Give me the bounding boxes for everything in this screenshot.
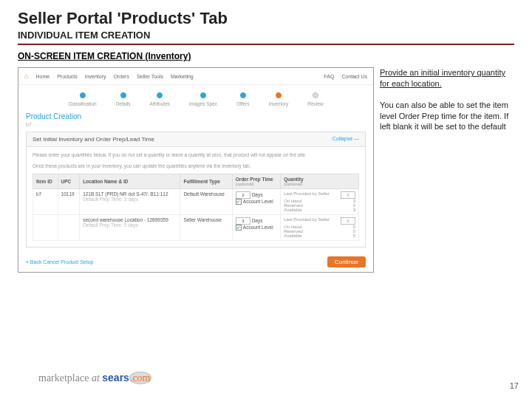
wizard-stepper: Classification Details Attributes Images… [18, 85, 373, 108]
sku-label: b7 [18, 122, 373, 132]
step-offers[interactable]: Offers [236, 92, 250, 106]
footer-logo: marketplace at sears.com [38, 372, 151, 384]
account-level-checkbox[interactable] [236, 199, 242, 205]
note-2: You can also be able to set the item lev… [380, 100, 513, 133]
section-heading: ON-SCREEN ITEM CREATION (Inventory) [18, 51, 514, 61]
account-level-checkbox[interactable] [236, 225, 242, 231]
inventory-table: Item ID UPC Location Name & ID Fulfillme… [33, 174, 359, 241]
table-row: b7 10119 121B SLT (PRD) NR dot S-47/: B1… [33, 189, 359, 215]
step-attributes[interactable]: Attributes [150, 92, 170, 106]
nav-home[interactable]: Home [35, 74, 50, 79]
nav-faq[interactable]: FAQ [324, 74, 334, 79]
col-location: Location Name & ID [80, 174, 180, 189]
nav-seller-tools[interactable]: Seller Tools [137, 74, 163, 79]
nav-contact[interactable]: Contact Us [341, 74, 367, 79]
page-title: Product Creation [18, 108, 373, 122]
slide-subtitle: INDIVIDUAL ITEM CREATION [18, 30, 514, 45]
qty-input[interactable]: 5 [341, 217, 355, 225]
table-row: second warehouse Location - 12899359Defa… [33, 215, 359, 241]
step-details[interactable]: Details [116, 92, 131, 106]
home-icon[interactable]: ⌂ [24, 72, 28, 80]
nav-orders[interactable]: Orders [114, 74, 129, 79]
panel-header: Set Initial Inventory and Order Prep/Lea… [26, 132, 366, 147]
continue-button[interactable]: Continue [327, 256, 366, 267]
col-upc: UPC [58, 174, 80, 189]
step-review[interactable]: Review [307, 92, 323, 106]
step-inventory[interactable]: Inventory [269, 92, 289, 106]
nav-marketing[interactable]: Marketing [171, 74, 194, 79]
annotation-column: Provide an initial inventory quantity fo… [380, 67, 513, 273]
prep-input[interactable]: 3 [236, 217, 250, 225]
step-classification[interactable]: Classification [68, 92, 96, 106]
prep-input[interactable]: 2 [236, 191, 250, 199]
screenshot-panel: ⌂ Home Products Inventory Orders Seller … [18, 67, 374, 273]
hint-text-2: Once these products are in your inventor… [33, 163, 359, 169]
col-item: Item ID [33, 174, 58, 189]
slide-title: Seller Portal 'Products' Tab [18, 9, 514, 28]
qty-input[interactable]: 3 [341, 191, 355, 199]
step-images[interactable]: Images Spec [189, 92, 217, 106]
back-link[interactable]: « Back Cancel Product Setup [26, 259, 93, 265]
panel-title-text: Set Initial Inventory and Order Prep/Lea… [33, 136, 154, 143]
col-prep: Order Prep Time(optional) [232, 174, 280, 189]
hint-text-1: Please enter your quantities below. If y… [33, 151, 359, 158]
col-fulfillment: Fulfillment Type [180, 174, 232, 189]
col-qty: Quantity(optional) [281, 174, 359, 189]
nav-inventory[interactable]: Inventory [85, 74, 106, 79]
nav-products[interactable]: Products [57, 74, 78, 79]
top-nav: ⌂ Home Products Inventory Orders Seller … [18, 68, 373, 85]
page-number: 17 [510, 381, 519, 390]
note-1: Provide an initial inventory quantity fo… [380, 67, 513, 89]
collapse-toggle[interactable]: Collapse — [332, 136, 359, 143]
